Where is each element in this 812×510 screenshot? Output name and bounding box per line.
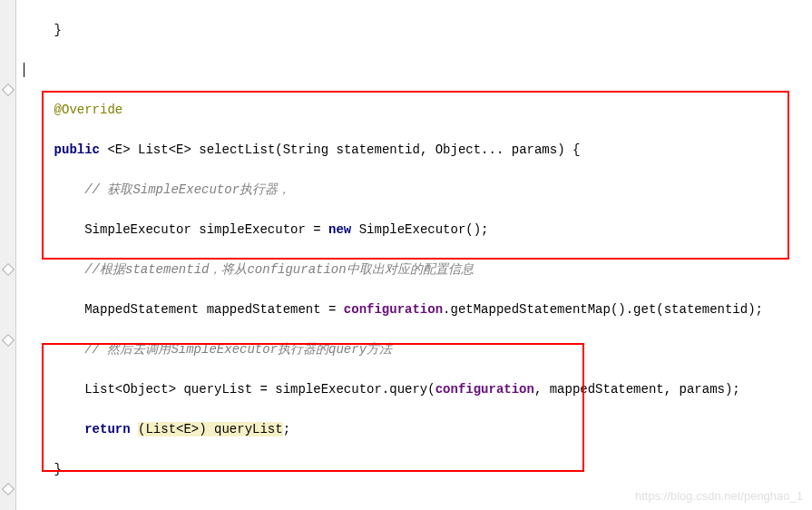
code-line: public <E> List<E> selectList(String sta… (24, 140, 812, 160)
fold-marker-icon[interactable] (2, 263, 15, 276)
watermark-text: https://blog.csdn.net/penghao_1 (635, 489, 803, 503)
code-editor[interactable]: } @Override public <E> List<E> selectLis… (16, 0, 812, 510)
code-line: MappedStatement mappedStatement = config… (24, 299, 812, 319)
code-line (24, 60, 812, 80)
gutter (0, 0, 16, 510)
code-line: } (24, 459, 812, 479)
text-cursor-icon (24, 63, 24, 77)
code-line: SimpleExecutor simpleExecutor = new Simp… (24, 220, 812, 240)
code-line: } (24, 20, 812, 40)
fold-marker-icon[interactable] (2, 83, 15, 96)
code-line: // 然后去调用SimpleExecutor执行器的query方法 (24, 339, 812, 359)
code-line: //根据statementid，将从configuration中取出对应的配置信… (24, 260, 812, 280)
code-line: // 获取SimpleExecutor执行器， (24, 180, 812, 200)
fold-marker-icon[interactable] (2, 334, 15, 347)
code-line: return (List<E>) queryList; (24, 419, 812, 439)
code-line: @Override (24, 100, 812, 120)
fold-marker-icon[interactable] (2, 483, 15, 495)
code-line: List<Object> queryList = simpleExecutor.… (24, 379, 812, 399)
